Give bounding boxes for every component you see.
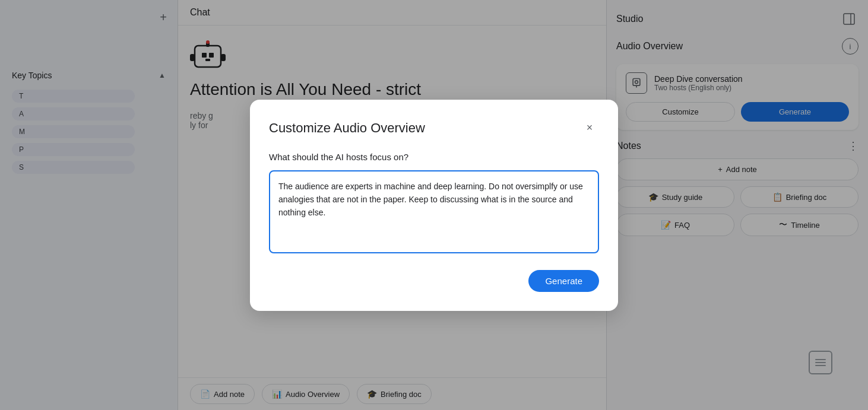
modal-header: Customize Audio Overview × [269, 119, 599, 138]
app-layout: + Key Topics ▲ T A M P S Chat [0, 0, 868, 410]
modal-textarea[interactable] [269, 170, 599, 253]
modal-title: Customize Audio Overview [269, 120, 425, 136]
modal-footer: Generate [269, 270, 599, 292]
modal-overlay: Customize Audio Overview × What should t… [0, 0, 868, 410]
customize-modal: Customize Audio Overview × What should t… [250, 100, 618, 311]
modal-question: What should the AI hosts focus on? [269, 152, 599, 162]
modal-close-button[interactable]: × [580, 119, 599, 138]
modal-generate-button[interactable]: Generate [528, 270, 599, 292]
